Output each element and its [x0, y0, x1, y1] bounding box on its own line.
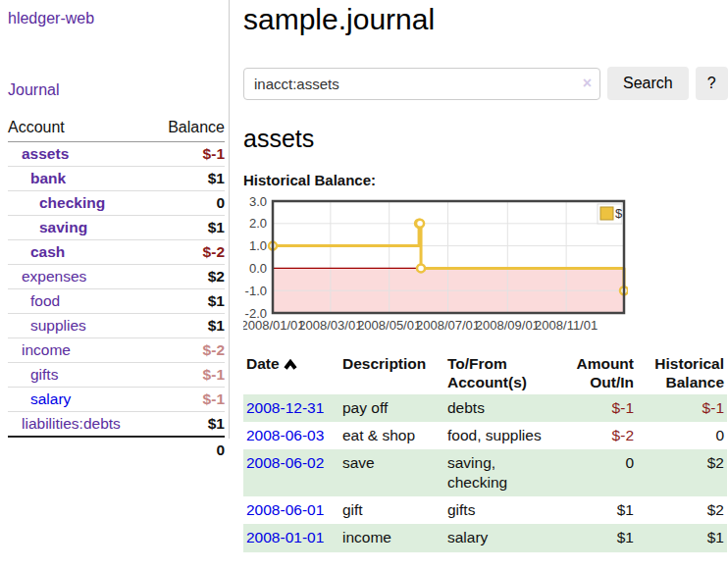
account-link[interactable]: food [30, 292, 60, 309]
data-point [416, 220, 424, 228]
register-amount-cell: $-1 [560, 394, 637, 422]
register-header-accounts: To/From Account(s) [444, 352, 560, 394]
account-balance: $-1 [117, 363, 226, 388]
accounts-header-balance: Balance [117, 119, 226, 142]
register-row: 2008-06-02savesaving, checking0$2 [243, 449, 727, 496]
account-link[interactable]: supplies [30, 317, 86, 334]
accounts-header-row: Account Balance [8, 119, 225, 142]
account-link[interactable]: liabilities:debts [22, 415, 121, 432]
register-header-date-label: Date [246, 355, 280, 372]
register-accounts-cell: debts [444, 394, 560, 422]
account-name-cell: expenses [8, 265, 117, 289]
account-balance: $2 [117, 265, 226, 289]
account-link[interactable]: assets [22, 145, 69, 162]
transaction-date-link[interactable]: 2008-06-01 [246, 501, 324, 518]
register-description-cell: gift [339, 496, 444, 524]
register-amount-cell: 0 [560, 449, 637, 496]
legend-swatch [600, 207, 613, 220]
help-button[interactable]: ? [696, 67, 728, 100]
register-accounts-cell: gifts [444, 496, 560, 524]
accounts-total-row: 0 [8, 437, 225, 463]
account-row: food$1 [8, 289, 225, 314]
data-point [417, 264, 425, 272]
chart-title: Historical Balance: [243, 172, 728, 188]
account-balance: $1 [117, 216, 226, 240]
account-row: bank$1 [8, 167, 225, 191]
y-axis-tick-label: -1.0 [245, 284, 267, 298]
register-header-date[interactable]: Date [243, 352, 339, 394]
sidebar-item-journal[interactable]: Journal [8, 81, 229, 99]
accounts-total-spacer [8, 437, 117, 463]
account-balance: 0 [117, 191, 226, 216]
account-link[interactable]: cash [30, 243, 65, 260]
y-axis-tick-label: 3.0 [249, 196, 267, 209]
balance-chart-svg: $3.02.01.00.0-1.0-2.02008/01/012008/03/0… [243, 196, 628, 334]
clear-search-icon[interactable]: × [583, 75, 592, 92]
account-name-cell: liabilities:debts [8, 412, 117, 438]
x-axis-tick-label: 2008/11/01 [535, 318, 598, 333]
account-link[interactable]: bank [30, 170, 66, 186]
register-header-amount: Amount Out/In [560, 352, 637, 394]
transaction-date-link[interactable]: 2008-06-03 [246, 427, 324, 443]
transaction-date-link[interactable]: 2008-01-01 [246, 529, 324, 545]
register-balance-cell: $2 [637, 449, 727, 496]
account-link[interactable]: saving [39, 219, 87, 235]
main-content: sample.journal × Search ? assets Histori… [243, 0, 728, 552]
account-balance: $-2 [117, 338, 226, 363]
register-header-balance: Historical Balance [637, 352, 727, 394]
account-name-cell: bank [8, 167, 117, 191]
register-table: Date Description To/From Account(s) Amou… [243, 352, 727, 552]
register-row: 2008-12-31pay offdebts$-1$-1 [243, 394, 727, 422]
register-amount-cell: $1 [560, 496, 637, 524]
transaction-date-link[interactable]: 2008-06-02 [246, 454, 324, 471]
account-link[interactable]: expenses [22, 268, 86, 285]
account-link[interactable]: checking [39, 194, 105, 211]
account-name-cell: saving [8, 216, 117, 240]
account-row: saving$1 [8, 216, 225, 240]
register-description-cell: eat & shop [339, 422, 444, 449]
sidebar: hledger-web Journal Account Balance asse… [0, 0, 230, 439]
account-name-cell: assets [8, 142, 117, 167]
register-accounts-cell: food, supplies [444, 422, 560, 449]
account-row: income$-2 [8, 338, 225, 363]
register-header-description: Description [339, 352, 444, 394]
account-balance: $1 [117, 314, 226, 338]
register-amount-cell: $-2 [560, 422, 637, 449]
register-balance-cell: $2 [637, 496, 727, 524]
account-row: supplies$1 [8, 314, 225, 338]
account-row: salary$-1 [8, 388, 225, 412]
account-name-cell: food [8, 289, 117, 314]
accounts-header-account: Account [8, 119, 117, 142]
account-balance: $-2 [117, 240, 226, 265]
legend-label: $ [615, 206, 623, 221]
register-accounts-cell: salary [444, 524, 560, 551]
x-axis-tick-label: 2008/05/01 [357, 318, 421, 333]
account-balance: $-1 [117, 142, 226, 167]
search-button[interactable]: Search [607, 67, 689, 100]
transaction-date-link[interactable]: 2008-12-31 [246, 399, 324, 416]
account-balance: $-1 [117, 388, 226, 412]
account-link[interactable]: gifts [30, 366, 58, 383]
search-form: × Search ? [243, 67, 728, 100]
register-accounts-cell: saving, checking [444, 449, 560, 496]
account-link[interactable]: income [22, 341, 71, 358]
account-row: expenses$2 [8, 265, 225, 289]
account-name-cell: salary [8, 388, 117, 412]
brand-link[interactable]: hledger-web [8, 10, 229, 27]
page-title: sample.journal [243, 3, 728, 36]
register-description-cell: pay off [339, 394, 444, 422]
search-input[interactable] [243, 68, 600, 100]
account-link[interactable]: salary [30, 390, 71, 407]
account-name-cell: supplies [8, 314, 117, 338]
account-row: assets$-1 [8, 142, 225, 167]
account-row: liabilities:debts$1 [8, 412, 225, 438]
register-header-row: Date Description To/From Account(s) Amou… [243, 352, 727, 394]
accounts-total-value: 0 [117, 437, 226, 463]
register-row: 2008-06-03eat & shopfood, supplies$-20 [243, 422, 727, 449]
x-axis-tick-label: 2008/07/01 [416, 318, 480, 333]
account-row: gifts$-1 [8, 363, 225, 388]
account-row: checking0 [8, 191, 225, 216]
account-name-cell: income [8, 338, 117, 363]
accounts-table: Account Balance assets$-1bank$1checking0… [8, 119, 225, 463]
sort-ascending-icon [284, 355, 297, 374]
